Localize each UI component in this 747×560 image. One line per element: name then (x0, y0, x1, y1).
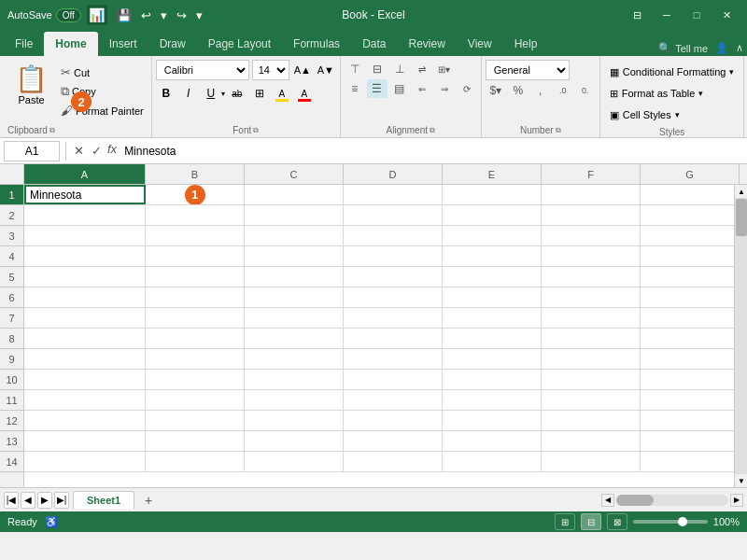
cell-b7[interactable] (146, 308, 245, 328)
row-header-7[interactable]: 7 (0, 308, 23, 329)
cell-a8[interactable] (24, 329, 146, 348)
cell-g6[interactable] (641, 287, 734, 307)
right-align-button[interactable]: ▤ (389, 79, 410, 98)
cell-a10[interactable] (24, 370, 146, 389)
cell-d2[interactable] (344, 205, 443, 225)
cell-e2[interactable] (443, 205, 542, 225)
cell-styles-button[interactable]: ▣ Cell Styles ▾ (604, 105, 740, 125)
border-button[interactable]: ⊞ (249, 83, 270, 104)
cell-e5[interactable] (443, 267, 542, 287)
cell-g4[interactable] (641, 246, 734, 266)
scroll-down-button[interactable]: ▼ (735, 474, 747, 487)
cell-g13[interactable] (641, 431, 734, 451)
scroll-up-button[interactable]: ▲ (735, 185, 747, 198)
cell-c14[interactable] (245, 452, 344, 471)
cell-b2[interactable] (146, 205, 245, 225)
cell-a1[interactable]: Minnesota (24, 185, 146, 204)
middle-align-button[interactable]: ⊟ (367, 60, 388, 78)
sheet-first-button[interactable]: |◀ (4, 492, 19, 509)
vertical-scrollbar[interactable]: ▲ ▼ (734, 185, 747, 487)
cell-f1[interactable] (542, 185, 641, 204)
col-header-b[interactable]: B (146, 164, 245, 184)
maximize-button[interactable]: □ (684, 7, 710, 23)
cell-c4[interactable] (245, 246, 344, 266)
cell-e12[interactable] (443, 411, 542, 430)
cell-g3[interactable] (641, 226, 734, 245)
row-header-3[interactable]: 3 (0, 226, 23, 246)
cell-g2[interactable] (641, 205, 734, 225)
rotate-text-button[interactable]: ⟳ (457, 79, 477, 98)
copy-button[interactable]: ⧉ Copy (57, 82, 148, 101)
cell-a5[interactable] (24, 267, 146, 287)
row-header-5[interactable]: 5 (0, 267, 23, 287)
cell-c3[interactable] (245, 226, 344, 245)
cell-f5[interactable] (542, 267, 641, 287)
top-align-button[interactable]: ⊤ (345, 60, 365, 78)
cell-a7[interactable] (24, 308, 146, 328)
format-as-table-button[interactable]: ⊞ Format as Table ▾ (604, 83, 740, 104)
zoom-track[interactable] (633, 520, 708, 524)
increase-decimal-button[interactable]: .0 (553, 81, 573, 100)
font-size-select[interactable]: 14 (252, 60, 289, 80)
row-header-2[interactable]: 2 (0, 205, 23, 226)
percent-button[interactable]: % (508, 81, 529, 100)
cell-c6[interactable] (245, 287, 344, 307)
row-header-4[interactable]: 4 (0, 246, 23, 267)
cell-g1[interactable] (641, 185, 734, 204)
bold-button[interactable]: B (156, 83, 176, 104)
tab-page-layout[interactable]: Page Layout (197, 32, 282, 56)
row-header-9[interactable]: 9 (0, 349, 23, 370)
number-format-select[interactable]: General (486, 60, 570, 80)
cell-d14[interactable] (344, 452, 443, 471)
cell-c13[interactable] (245, 431, 344, 451)
bottom-align-button[interactable]: ⊥ (389, 60, 410, 78)
cell-f12[interactable] (542, 411, 641, 430)
cell-a14[interactable] (24, 452, 146, 471)
cell-d10[interactable] (344, 370, 443, 389)
cell-b6[interactable] (146, 287, 245, 307)
tab-home[interactable]: Home (44, 32, 97, 56)
cut-button[interactable]: ✂ Cut (57, 63, 148, 81)
cell-c8[interactable] (245, 329, 344, 348)
tab-help[interactable]: Help (503, 32, 549, 56)
sheet-next-button[interactable]: ▶ (37, 492, 52, 509)
decrease-decimal-button[interactable]: 0. (575, 81, 596, 100)
cell-e14[interactable] (443, 452, 542, 471)
search-button[interactable]: 🔍 Tell me (658, 42, 708, 54)
col-header-a[interactable]: A (24, 164, 146, 184)
decrease-font-button[interactable]: A▼ (316, 60, 336, 80)
cell-g9[interactable] (641, 349, 734, 369)
cell-b1[interactable]: 1 (146, 185, 245, 204)
sheet-tab-sheet1[interactable]: Sheet1 (73, 491, 134, 509)
minimize-button[interactable]: ─ (654, 7, 680, 23)
cell-b13[interactable] (146, 431, 245, 451)
cell-g11[interactable] (641, 390, 734, 410)
merge-center-button[interactable]: ⊞▾ (434, 60, 455, 78)
ribbon-toggle-button[interactable]: ⊟ (624, 7, 650, 23)
clipboard-expand-icon[interactable]: ⧉ (49, 126, 55, 135)
cell-e1[interactable] (443, 185, 542, 204)
sheet-last-button[interactable]: ▶| (54, 492, 69, 509)
h-scroll-right-button[interactable]: ▶ (730, 494, 743, 507)
cell-e4[interactable] (443, 246, 542, 266)
cell-a11[interactable] (24, 390, 146, 410)
cell-a4[interactable] (24, 246, 146, 266)
scroll-thumb[interactable] (736, 199, 747, 236)
tab-view[interactable]: View (457, 32, 503, 56)
collapse-ribbon-button[interactable]: ∧ (736, 42, 743, 54)
cell-a12[interactable] (24, 411, 146, 430)
underline-button[interactable]: U (201, 83, 221, 104)
increase-font-button[interactable]: A▲ (292, 60, 313, 80)
cell-g5[interactable] (641, 267, 734, 287)
row-header-8[interactable]: 8 (0, 329, 23, 349)
col-header-f[interactable]: F (542, 164, 641, 184)
cell-b4[interactable] (146, 246, 245, 266)
row-header-1[interactable]: 1 (0, 185, 23, 205)
cell-f9[interactable] (542, 349, 641, 369)
cell-f10[interactable] (542, 370, 641, 389)
cell-b14[interactable] (146, 452, 245, 471)
cell-e13[interactable] (443, 431, 542, 451)
cell-e11[interactable] (443, 390, 542, 410)
cell-d13[interactable] (344, 431, 443, 451)
cell-e8[interactable] (443, 329, 542, 348)
